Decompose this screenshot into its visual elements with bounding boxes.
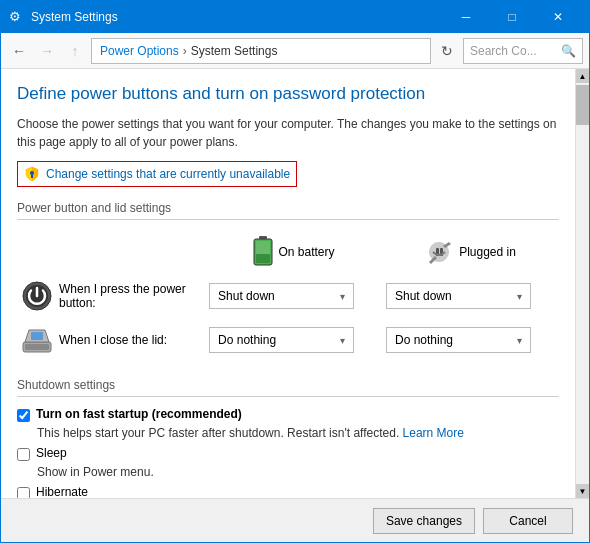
- page-title: Define power buttons and turn on passwor…: [17, 83, 559, 105]
- lid-plugged-value: Do nothing: [395, 333, 453, 347]
- lid-row: When I close the lid: Do nothing ▾ Do no: [17, 318, 559, 362]
- address-box: Power Options › System Settings: [91, 38, 431, 64]
- svg-rect-12: [25, 344, 49, 350]
- power-battery-value: Shut down: [218, 289, 275, 303]
- breadcrumb-current: System Settings: [191, 44, 278, 58]
- scrollbar[interactable]: ▲ ▼: [575, 69, 589, 498]
- svg-rect-5: [256, 254, 270, 263]
- power-button-row: When I press the power button: Shut down…: [17, 274, 559, 318]
- hibernate-label: Hibernate: [36, 485, 88, 498]
- content-area: Define power buttons and turn on passwor…: [1, 69, 589, 498]
- footer: Save changes Cancel: [1, 498, 589, 542]
- sleep-checkbox[interactable]: [17, 448, 30, 461]
- sleep-label: Sleep: [36, 446, 67, 460]
- plugged-column-header: Plugged in: [382, 230, 559, 274]
- title-bar: ⚙ System Settings ─ □ ✕: [1, 1, 589, 33]
- change-settings-text: Change settings that are currently unava…: [46, 167, 290, 181]
- plugged-icon: [425, 240, 453, 264]
- plugged-label: Plugged in: [459, 245, 516, 259]
- window-controls: ─ □ ✕: [443, 1, 581, 33]
- search-icon: 🔍: [561, 44, 576, 58]
- power-button-section-header: Power button and lid settings: [17, 201, 559, 220]
- minimize-button[interactable]: ─: [443, 1, 489, 33]
- lid-icon: [21, 324, 53, 356]
- fast-startup-sublabel: This helps start your PC faster after sh…: [37, 426, 559, 440]
- sleep-row: Sleep: [17, 446, 559, 461]
- window-icon: ⚙: [9, 9, 25, 25]
- shield-icon: [24, 166, 40, 182]
- chevron-down-icon: ▾: [517, 291, 522, 302]
- window-title: System Settings: [31, 10, 443, 24]
- fast-startup-row: Turn on fast startup (recommended): [17, 407, 559, 422]
- lid-battery-value: Do nothing: [218, 333, 276, 347]
- save-changes-button[interactable]: Save changes: [373, 508, 475, 534]
- fast-startup-checkbox[interactable]: [17, 409, 30, 422]
- chevron-down-icon: ▾: [517, 335, 522, 346]
- power-plugged-dropdown[interactable]: Shut down ▾: [386, 283, 531, 309]
- power-button-label-cell: When I press the power button:: [21, 280, 201, 312]
- main-content: Define power buttons and turn on passwor…: [1, 69, 575, 498]
- chevron-down-icon: ▾: [340, 291, 345, 302]
- hibernate-checkbox[interactable]: [17, 487, 30, 498]
- close-button[interactable]: ✕: [535, 1, 581, 33]
- refresh-button[interactable]: ↻: [435, 39, 459, 63]
- power-table: On battery: [17, 230, 559, 362]
- address-bar: ← → ↑ Power Options › System Settings ↻ …: [1, 33, 589, 69]
- hibernate-row: Hibernate: [17, 485, 559, 498]
- search-box[interactable]: Search Co... 🔍: [463, 38, 583, 64]
- search-placeholder: Search Co...: [470, 44, 537, 58]
- lid-plugged-dropdown[interactable]: Do nothing ▾: [386, 327, 531, 353]
- cancel-button[interactable]: Cancel: [483, 508, 573, 534]
- window: ⚙ System Settings ─ □ ✕ ← → ↑ Power Opti…: [0, 0, 590, 543]
- lid-label-cell: When I close the lid:: [21, 324, 201, 356]
- page-description: Choose the power settings that you want …: [17, 115, 559, 151]
- power-button-icon: [21, 280, 53, 312]
- svg-point-0: [30, 171, 34, 175]
- shutdown-section-header: Shutdown settings: [17, 378, 559, 397]
- up-button[interactable]: ↑: [63, 39, 87, 63]
- shutdown-section: Turn on fast startup (recommended) This …: [17, 407, 559, 498]
- breadcrumb-power-options[interactable]: Power Options: [100, 44, 179, 58]
- battery-icon: [253, 236, 273, 268]
- learn-more-link[interactable]: Learn More: [403, 426, 464, 440]
- maximize-button[interactable]: □: [489, 1, 535, 33]
- lid-label: When I close the lid:: [59, 333, 167, 347]
- lid-battery-dropdown[interactable]: Do nothing ▾: [209, 327, 354, 353]
- battery-column-header: On battery: [205, 230, 382, 274]
- sleep-sublabel: Show in Power menu.: [37, 465, 559, 479]
- scroll-up-button[interactable]: ▲: [576, 69, 590, 83]
- battery-label: On battery: [279, 245, 335, 259]
- change-settings-link[interactable]: Change settings that are currently unava…: [17, 161, 297, 187]
- scroll-down-button[interactable]: ▼: [576, 484, 590, 498]
- forward-button[interactable]: →: [35, 39, 59, 63]
- power-button-label: When I press the power button:: [59, 282, 201, 310]
- fast-startup-label: Turn on fast startup (recommended): [36, 407, 242, 421]
- power-battery-dropdown[interactable]: Shut down ▾: [209, 283, 354, 309]
- svg-rect-13: [31, 332, 43, 340]
- power-plugged-value: Shut down: [395, 289, 452, 303]
- breadcrumb-separator: ›: [183, 44, 187, 58]
- back-button[interactable]: ←: [7, 39, 31, 63]
- chevron-down-icon: ▾: [340, 335, 345, 346]
- svg-rect-1: [31, 175, 33, 178]
- scroll-thumb[interactable]: [576, 85, 590, 125]
